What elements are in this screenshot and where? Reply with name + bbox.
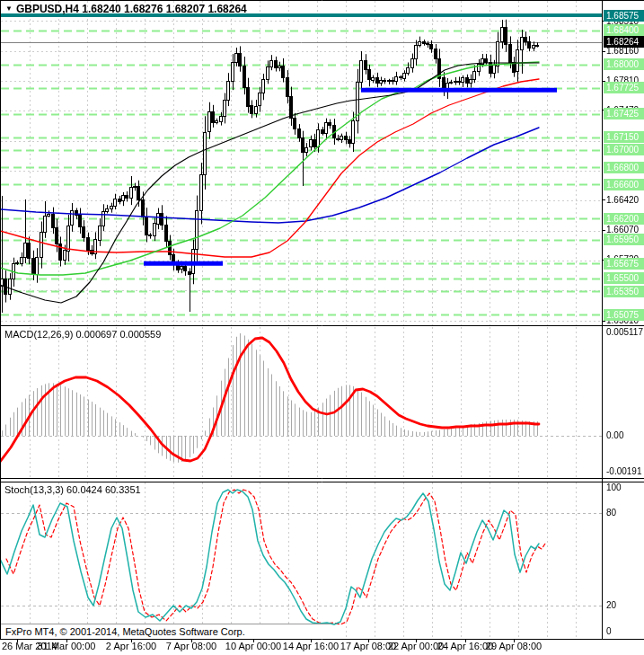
mt4-chart-window: ▼GBPUSD,H4 1.68240 1.68276 1.68207 1.682… bbox=[0, 0, 644, 655]
indicator-axis-label: 80 bbox=[606, 508, 616, 518]
time-label: 22 Apr 00:00 bbox=[388, 641, 444, 651]
price-label-green: 1.67150 bbox=[604, 131, 644, 143]
indicator-axis-label: 0.00 bbox=[606, 430, 623, 440]
price-label-green: 1.65500 bbox=[604, 272, 644, 284]
chart-canvas[interactable] bbox=[0, 0, 644, 655]
price-label-green: 1.67425 bbox=[604, 108, 644, 119]
time-label: 29 Apr 08:00 bbox=[486, 641, 542, 651]
dropdown-arrow-icon[interactable]: ▼ bbox=[5, 4, 13, 13]
price-label-green: 1.67725 bbox=[604, 82, 644, 93]
price-label-bid: 1.68264 bbox=[604, 36, 644, 48]
price-label-green: 1.66200 bbox=[604, 213, 644, 225]
price-label-green: 1.65075 bbox=[604, 309, 644, 321]
indicator-axis-label: 0 bbox=[606, 626, 612, 636]
price-label-green: 1.66800 bbox=[604, 162, 644, 173]
indicator-axis-label: 20 bbox=[606, 600, 616, 610]
indicator-axis-label: -0.00191 bbox=[606, 466, 641, 476]
indicator-axis-label: 0.005117 bbox=[606, 327, 643, 337]
time-label: 31 Mar 00:00 bbox=[38, 641, 96, 651]
price-label-green: 1.65675 bbox=[604, 258, 644, 270]
time-label: 7 Apr 08:00 bbox=[166, 641, 216, 651]
price-label-green: 1.65950 bbox=[604, 234, 644, 245]
chart-title-text: GBPUSD,H4 1.68240 1.68276 1.68207 1.6826… bbox=[16, 3, 247, 15]
platform-copyright: FxPro MT4, © 2001-2014, MetaQuotes Softw… bbox=[1, 624, 330, 639]
chart-title: ▼GBPUSD,H4 1.68240 1.68276 1.68207 1.682… bbox=[5, 3, 247, 15]
price-label-green: 1.66600 bbox=[604, 179, 644, 190]
price-label-teal: 1.68575 bbox=[604, 10, 644, 22]
stoch-indicator-label: Stoch(13,3,3) 60.0424 60.3351 bbox=[4, 484, 141, 495]
price-label-green: 1.65350 bbox=[604, 286, 644, 297]
price-label-green: 1.67000 bbox=[604, 144, 644, 155]
price-label-green: 1.68000 bbox=[604, 58, 644, 70]
time-label: 10 Apr 00:00 bbox=[225, 641, 281, 651]
indicator-axis-label: 100 bbox=[606, 482, 622, 492]
time-label: 2 Apr 16:00 bbox=[106, 641, 156, 651]
price-label-green: 1.68400 bbox=[604, 24, 644, 36]
macd-indicator-label: MACD(12,26,9) 0.000697 0.000559 bbox=[4, 329, 161, 340]
time-label: 14 Apr 16:00 bbox=[283, 641, 339, 651]
price-label-plain: 1.66420 bbox=[606, 194, 639, 206]
